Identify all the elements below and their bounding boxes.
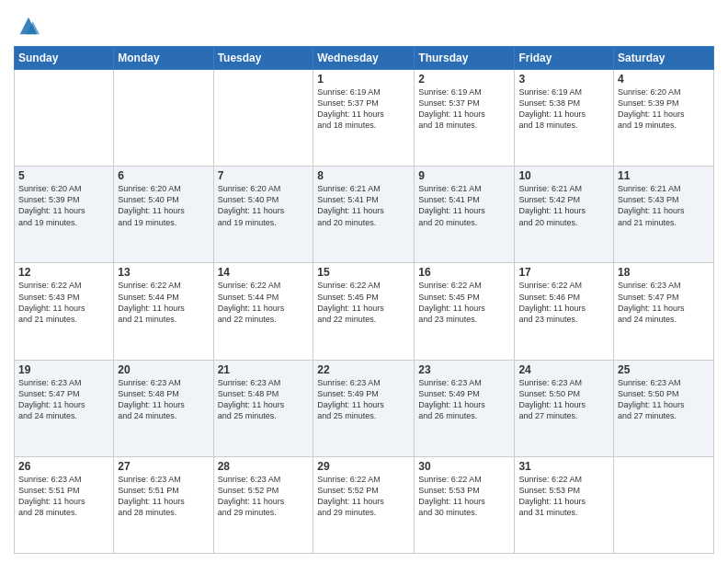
col-tuesday: Tuesday <box>213 47 313 70</box>
day-info: Sunrise: 6:23 AM Sunset: 5:49 PM Dayligh… <box>418 377 510 422</box>
day-info: Sunrise: 6:19 AM Sunset: 5:37 PM Dayligh… <box>317 86 410 132</box>
day-info: Sunrise: 6:22 AM Sunset: 5:46 PM Dayligh… <box>518 280 609 325</box>
col-thursday: Thursday <box>415 47 515 70</box>
day-number: 16 <box>418 266 510 279</box>
day-number: 12 <box>18 266 109 279</box>
calendar-cell: 10Sunrise: 6:21 AM Sunset: 5:42 PM Dayli… <box>515 167 614 263</box>
day-info: Sunrise: 6:20 AM Sunset: 5:40 PM Dayligh… <box>218 183 310 228</box>
day-info: Sunrise: 6:23 AM Sunset: 5:51 PM Dayligh… <box>118 474 209 519</box>
day-number: 4 <box>618 73 710 86</box>
calendar-cell: 4Sunrise: 6:20 AM Sunset: 5:39 PM Daylig… <box>614 70 714 167</box>
day-info: Sunrise: 6:21 AM Sunset: 5:43 PM Dayligh… <box>618 183 710 228</box>
calendar-cell <box>213 70 313 167</box>
day-info: Sunrise: 6:23 AM Sunset: 5:52 PM Dayligh… <box>218 474 310 519</box>
day-number: 26 <box>18 460 109 473</box>
day-info: Sunrise: 6:22 AM Sunset: 5:44 PM Dayligh… <box>218 280 310 325</box>
calendar-cell: 3Sunrise: 6:19 AM Sunset: 5:38 PM Daylig… <box>515 70 614 167</box>
day-number: 18 <box>618 266 710 279</box>
day-number: 11 <box>618 169 710 182</box>
calendar-week-3: 12Sunrise: 6:22 AM Sunset: 5:43 PM Dayli… <box>15 263 714 360</box>
calendar-cell <box>114 70 213 167</box>
col-wednesday: Wednesday <box>313 47 415 70</box>
calendar-cell: 27Sunrise: 6:23 AM Sunset: 5:51 PM Dayli… <box>114 456 213 553</box>
day-number: 17 <box>518 266 609 279</box>
day-info: Sunrise: 6:20 AM Sunset: 5:40 PM Dayligh… <box>118 183 209 228</box>
calendar-cell <box>614 456 714 553</box>
calendar-cell: 26Sunrise: 6:23 AM Sunset: 5:51 PM Dayli… <box>15 456 114 553</box>
day-info: Sunrise: 6:23 AM Sunset: 5:48 PM Dayligh… <box>118 377 209 422</box>
day-number: 15 <box>317 266 410 279</box>
calendar-cell: 13Sunrise: 6:22 AM Sunset: 5:44 PM Dayli… <box>114 263 213 360</box>
calendar-cell: 18Sunrise: 6:23 AM Sunset: 5:47 PM Dayli… <box>614 263 714 360</box>
calendar-week-5: 26Sunrise: 6:23 AM Sunset: 5:51 PM Dayli… <box>15 456 714 553</box>
day-info: Sunrise: 6:23 AM Sunset: 5:50 PM Dayligh… <box>618 377 710 422</box>
day-info: Sunrise: 6:23 AM Sunset: 5:51 PM Dayligh… <box>18 474 109 519</box>
calendar-cell: 9Sunrise: 6:21 AM Sunset: 5:41 PM Daylig… <box>415 167 515 263</box>
calendar-week-1: 1Sunrise: 6:19 AM Sunset: 5:37 PM Daylig… <box>15 70 714 167</box>
day-number: 25 <box>618 363 710 376</box>
calendar-cell: 2Sunrise: 6:19 AM Sunset: 5:37 PM Daylig… <box>415 70 515 167</box>
page: Sunday Monday Tuesday Wednesday Thursday… <box>0 0 728 563</box>
calendar-cell: 15Sunrise: 6:22 AM Sunset: 5:45 PM Dayli… <box>313 263 415 360</box>
calendar-cell: 8Sunrise: 6:21 AM Sunset: 5:41 PM Daylig… <box>313 167 415 263</box>
day-number: 20 <box>118 363 209 376</box>
calendar-table: Sunday Monday Tuesday Wednesday Thursday… <box>14 46 714 554</box>
day-info: Sunrise: 6:22 AM Sunset: 5:53 PM Dayligh… <box>418 474 510 519</box>
calendar-cell: 21Sunrise: 6:23 AM Sunset: 5:48 PM Dayli… <box>213 360 313 456</box>
day-info: Sunrise: 6:22 AM Sunset: 5:44 PM Dayligh… <box>118 280 209 325</box>
logo-icon <box>16 13 41 39</box>
calendar-cell: 16Sunrise: 6:22 AM Sunset: 5:45 PM Dayli… <box>415 263 515 360</box>
day-info: Sunrise: 6:21 AM Sunset: 5:41 PM Dayligh… <box>317 183 410 228</box>
col-saturday: Saturday <box>614 47 714 70</box>
calendar-cell: 6Sunrise: 6:20 AM Sunset: 5:40 PM Daylig… <box>114 167 213 263</box>
day-info: Sunrise: 6:23 AM Sunset: 5:49 PM Dayligh… <box>317 377 410 422</box>
day-number: 9 <box>418 169 510 182</box>
calendar-week-4: 19Sunrise: 6:23 AM Sunset: 5:47 PM Dayli… <box>15 360 714 456</box>
col-friday: Friday <box>515 47 614 70</box>
day-info: Sunrise: 6:19 AM Sunset: 5:38 PM Dayligh… <box>518 86 609 132</box>
day-number: 3 <box>518 73 609 86</box>
day-number: 23 <box>418 363 510 376</box>
logo-text <box>14 13 41 39</box>
day-number: 1 <box>317 73 410 86</box>
day-info: Sunrise: 6:22 AM Sunset: 5:45 PM Dayligh… <box>418 280 510 325</box>
calendar-cell: 19Sunrise: 6:23 AM Sunset: 5:47 PM Dayli… <box>15 360 114 456</box>
day-info: Sunrise: 6:21 AM Sunset: 5:42 PM Dayligh… <box>518 183 609 228</box>
calendar-cell: 28Sunrise: 6:23 AM Sunset: 5:52 PM Dayli… <box>213 456 313 553</box>
calendar-cell: 1Sunrise: 6:19 AM Sunset: 5:37 PM Daylig… <box>313 70 415 167</box>
calendar-cell: 7Sunrise: 6:20 AM Sunset: 5:40 PM Daylig… <box>213 167 313 263</box>
day-info: Sunrise: 6:23 AM Sunset: 5:47 PM Dayligh… <box>618 280 710 325</box>
day-number: 29 <box>317 460 410 473</box>
day-info: Sunrise: 6:22 AM Sunset: 5:53 PM Dayligh… <box>518 474 609 519</box>
day-number: 6 <box>118 169 209 182</box>
day-number: 5 <box>18 169 109 182</box>
calendar-cell: 23Sunrise: 6:23 AM Sunset: 5:49 PM Dayli… <box>415 360 515 456</box>
day-number: 2 <box>418 73 510 86</box>
day-info: Sunrise: 6:20 AM Sunset: 5:39 PM Dayligh… <box>18 183 109 228</box>
day-number: 31 <box>518 460 609 473</box>
day-info: Sunrise: 6:23 AM Sunset: 5:48 PM Dayligh… <box>218 377 310 422</box>
calendar-cell: 11Sunrise: 6:21 AM Sunset: 5:43 PM Dayli… <box>614 167 714 263</box>
day-number: 22 <box>317 363 410 376</box>
col-monday: Monday <box>114 47 213 70</box>
day-number: 8 <box>317 169 410 182</box>
day-info: Sunrise: 6:20 AM Sunset: 5:39 PM Dayligh… <box>618 86 710 132</box>
header <box>14 9 714 39</box>
logo <box>14 13 41 39</box>
day-info: Sunrise: 6:22 AM Sunset: 5:45 PM Dayligh… <box>317 280 410 325</box>
calendar-cell: 30Sunrise: 6:22 AM Sunset: 5:53 PM Dayli… <box>415 456 515 553</box>
day-number: 21 <box>218 363 310 376</box>
day-info: Sunrise: 6:23 AM Sunset: 5:50 PM Dayligh… <box>518 377 609 422</box>
calendar-cell <box>15 70 114 167</box>
calendar-week-2: 5Sunrise: 6:20 AM Sunset: 5:39 PM Daylig… <box>15 167 714 263</box>
calendar-cell: 20Sunrise: 6:23 AM Sunset: 5:48 PM Dayli… <box>114 360 213 456</box>
day-info: Sunrise: 6:23 AM Sunset: 5:47 PM Dayligh… <box>18 377 109 422</box>
calendar-cell: 29Sunrise: 6:22 AM Sunset: 5:52 PM Dayli… <box>313 456 415 553</box>
day-info: Sunrise: 6:22 AM Sunset: 5:52 PM Dayligh… <box>317 474 410 519</box>
day-number: 13 <box>118 266 209 279</box>
calendar-cell: 25Sunrise: 6:23 AM Sunset: 5:50 PM Dayli… <box>614 360 714 456</box>
day-number: 24 <box>518 363 609 376</box>
calendar-cell: 22Sunrise: 6:23 AM Sunset: 5:49 PM Dayli… <box>313 360 415 456</box>
day-info: Sunrise: 6:21 AM Sunset: 5:41 PM Dayligh… <box>418 183 510 228</box>
calendar-header-row: Sunday Monday Tuesday Wednesday Thursday… <box>15 47 714 70</box>
